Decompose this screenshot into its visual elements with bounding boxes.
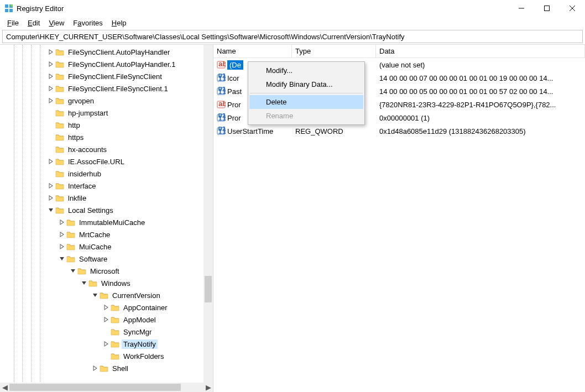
svg-text:110: 110 bbox=[218, 127, 226, 135]
context-menu-modify[interactable]: Modify... bbox=[249, 64, 363, 77]
tree-item[interactable]: hx-accounts bbox=[0, 143, 213, 155]
expander-icon[interactable] bbox=[102, 305, 111, 310]
tree-item-label: SyncMgr bbox=[122, 327, 153, 337]
expander-icon[interactable] bbox=[80, 280, 88, 286]
tree-item-label: FileSyncClient.AutoPlayHandler.1 bbox=[66, 60, 177, 69]
svg-rect-0 bbox=[5, 4, 8, 8]
menu-favorites[interactable]: Favorites bbox=[69, 18, 106, 28]
folder-icon bbox=[111, 352, 119, 360]
tree-item[interactable]: Interface bbox=[0, 180, 213, 192]
value-name: Pror bbox=[227, 101, 241, 109]
tree-item[interactable]: ImmutableMuiCache bbox=[0, 216, 213, 228]
vertical-scroll-thumb[interactable] bbox=[205, 276, 212, 302]
expander-icon[interactable] bbox=[46, 159, 55, 164]
folder-icon bbox=[55, 194, 64, 202]
value-name: Icor bbox=[227, 74, 239, 82]
tree-item[interactable]: MuiCache bbox=[0, 241, 213, 253]
tree-item[interactable]: IE.AssocFile.URL bbox=[0, 155, 213, 168]
tree-item[interactable]: FileSyncClient.FileSyncClient bbox=[0, 70, 213, 82]
tree-vertical-scrollbar[interactable] bbox=[203, 45, 213, 383]
column-data[interactable]: Data bbox=[376, 45, 585, 58]
value-data: (value not set) bbox=[376, 61, 585, 69]
column-name[interactable]: Name bbox=[213, 45, 292, 58]
folder-icon bbox=[100, 364, 108, 372]
menu-help[interactable]: Help bbox=[108, 18, 130, 28]
tree-item[interactable]: http bbox=[0, 119, 213, 131]
expander-icon[interactable] bbox=[102, 317, 111, 322]
menu-view[interactable]: View bbox=[45, 18, 68, 28]
expander-icon[interactable] bbox=[58, 219, 66, 225]
scroll-right-arrow[interactable]: ▶ bbox=[203, 383, 213, 392]
tree-item[interactable]: FileSyncClient.FileSyncClient.1 bbox=[0, 82, 213, 95]
registry-tree[interactable]: FileSyncClient.AutoPlayHandlerFileSyncCl… bbox=[0, 45, 213, 392]
value-row[interactable]: 011110UserStartTimeREG_QWORD0x1d48a6085e… bbox=[213, 124, 585, 138]
maximize-button[interactable] bbox=[534, 0, 560, 17]
expander-icon[interactable] bbox=[58, 256, 66, 262]
tree-item[interactable]: SyncMgr bbox=[0, 326, 213, 338]
column-type[interactable]: Type bbox=[292, 45, 376, 58]
minimize-button[interactable] bbox=[509, 0, 534, 17]
window-title: Registry Editor bbox=[17, 4, 64, 13]
expander-icon[interactable] bbox=[69, 268, 77, 274]
context-menu-delete[interactable]: Delete bbox=[249, 95, 363, 109]
svg-text:ab: ab bbox=[218, 100, 226, 108]
tree-item[interactable]: MrtCache bbox=[0, 228, 213, 241]
tree-item[interactable]: lnkfile bbox=[0, 192, 213, 204]
tree-item[interactable]: TrayNotify bbox=[0, 338, 213, 350]
horizontal-scroll-thumb[interactable] bbox=[9, 384, 181, 391]
tree-item[interactable]: WorkFolders bbox=[0, 350, 213, 362]
expander-icon[interactable] bbox=[46, 98, 55, 103]
expander-icon[interactable] bbox=[102, 341, 111, 347]
expander-icon[interactable] bbox=[46, 86, 55, 91]
tree-item[interactable]: Windows bbox=[0, 277, 213, 289]
address-text: Computer\HKEY_CURRENT_USER\Software\Clas… bbox=[6, 33, 405, 41]
expander-icon[interactable] bbox=[58, 232, 66, 237]
title-bar: Registry Editor bbox=[0, 0, 585, 17]
tree-item[interactable]: AppContainer bbox=[0, 301, 213, 313]
value-data: 14 00 00 00 05 00 00 00 01 00 01 00 57 0… bbox=[376, 87, 585, 96]
menu-bar: File Edit View Favorites Help bbox=[0, 17, 585, 29]
tree-item[interactable]: https bbox=[0, 131, 213, 143]
menu-file[interactable]: File bbox=[3, 18, 23, 28]
tree-item[interactable]: Local Settings bbox=[0, 204, 213, 216]
expander-icon[interactable] bbox=[46, 183, 55, 189]
expander-icon[interactable] bbox=[91, 365, 100, 371]
tree-item[interactable]: FileSyncClient.AutoPlayHandler bbox=[0, 46, 213, 58]
tree-item[interactable]: insiderhub bbox=[0, 168, 213, 180]
tree-item[interactable]: Shell bbox=[0, 362, 213, 374]
expander-icon[interactable] bbox=[91, 292, 100, 298]
tree-item[interactable]: CurrentVersion bbox=[0, 289, 213, 301]
folder-icon bbox=[55, 121, 64, 129]
folder-icon bbox=[55, 158, 64, 165]
expander-icon[interactable] bbox=[46, 49, 55, 55]
tree-item[interactable]: hp-jumpstart bbox=[0, 107, 213, 119]
folder-icon bbox=[111, 304, 119, 311]
string-value-icon: ab bbox=[217, 60, 226, 69]
expander-icon[interactable] bbox=[58, 244, 66, 249]
value-data: 0x1d48a6085e11d29 (131882436268203305) bbox=[376, 127, 585, 135]
svg-text:110: 110 bbox=[218, 114, 226, 122]
tree-item-label: https bbox=[66, 133, 85, 142]
expander-icon[interactable] bbox=[46, 195, 55, 201]
binary-value-icon: 011110 bbox=[217, 74, 226, 82]
tree-item-label: lnkfile bbox=[66, 194, 88, 203]
scroll-left-arrow[interactable]: ◀ bbox=[0, 383, 9, 392]
window-controls bbox=[509, 0, 585, 17]
menu-edit[interactable]: Edit bbox=[24, 18, 44, 28]
expander-icon[interactable] bbox=[46, 207, 55, 213]
close-button[interactable] bbox=[560, 0, 585, 17]
tree-horizontal-scrollbar[interactable]: ◀ ▶ bbox=[0, 383, 213, 392]
context-menu-modify-binary[interactable]: Modify Binary Data... bbox=[249, 77, 363, 91]
address-bar[interactable]: Computer\HKEY_CURRENT_USER\Software\Clas… bbox=[2, 30, 583, 43]
folder-icon bbox=[55, 170, 64, 177]
tree-item[interactable]: grvopen bbox=[0, 95, 213, 107]
tree-item[interactable]: AppModel bbox=[0, 313, 213, 326]
tree-item[interactable]: Software bbox=[0, 253, 213, 265]
main-split: FileSyncClient.AutoPlayHandlerFileSyncCl… bbox=[0, 44, 585, 392]
expander-icon[interactable] bbox=[46, 74, 55, 79]
expander-icon[interactable] bbox=[46, 61, 55, 67]
tree-item[interactable]: FileSyncClient.AutoPlayHandler.1 bbox=[0, 58, 213, 70]
context-menu-rename[interactable]: Rename bbox=[249, 109, 363, 123]
tree-item[interactable]: Microsoft bbox=[0, 265, 213, 277]
context-menu-separator bbox=[250, 93, 363, 93]
